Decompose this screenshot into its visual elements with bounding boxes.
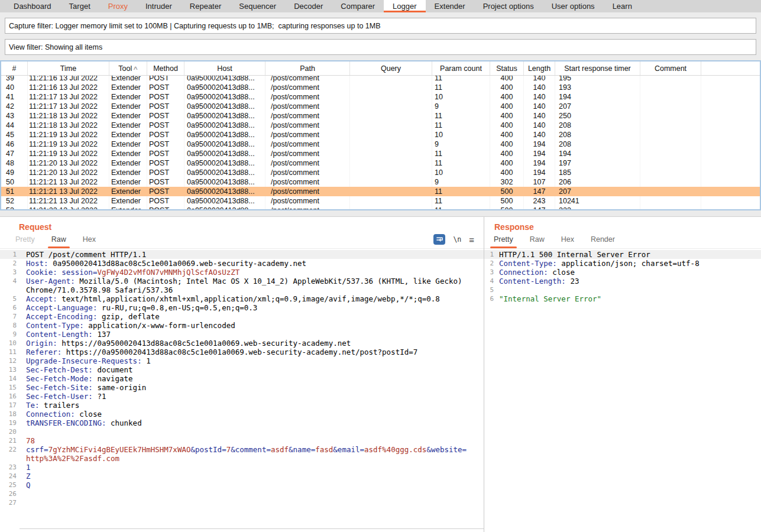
cell-status: 400 xyxy=(490,83,524,92)
editor-menu-icon[interactable]: ≡ xyxy=(469,235,474,244)
cell-params: 11 xyxy=(432,187,490,196)
response-tab-hex[interactable]: Hex xyxy=(553,235,582,248)
column-header-path[interactable]: Path xyxy=(265,61,350,75)
token: 1 xyxy=(142,356,151,365)
cell-comment xyxy=(640,187,701,196)
token: Content-Type: xyxy=(26,321,84,330)
column-header-start-response-timer[interactable]: Start response timer xyxy=(555,61,640,75)
column-header-param-count[interactable]: Param count xyxy=(432,61,490,75)
column-header-label: Start response timer xyxy=(564,64,631,73)
response-tab-pretty[interactable]: Pretty xyxy=(485,235,522,248)
token: close xyxy=(548,268,575,277)
token: Cookie: xyxy=(26,268,57,277)
request-tab-raw[interactable]: Raw xyxy=(43,235,75,248)
log-row-53[interactable]: 5311:21:22 13 Jul 2022ExtenderPOST0a9500… xyxy=(1,206,760,209)
request-editor-line: 10Origin: https://0a9500020413d88ac08c5c… xyxy=(0,339,484,348)
cell-query xyxy=(350,196,432,206)
log-row-40[interactable]: 4011:21:16 13 Jul 2022ExtenderPOST0a9500… xyxy=(1,83,760,92)
cell-length: 140 xyxy=(524,92,555,102)
log-row-49[interactable]: 4911:21:20 13 Jul 2022ExtenderPOST0a9500… xyxy=(1,168,760,177)
cell-path: /post/comment xyxy=(265,83,350,92)
response-tab-render[interactable]: Render xyxy=(582,235,623,248)
cell-path: /post/comment xyxy=(265,177,350,187)
request-tab-hex[interactable]: Hex xyxy=(75,235,104,248)
response-editor[interactable]: 1HTTP/1.1 500 Internal Server Error2Cont… xyxy=(484,249,761,532)
cell-time: 11:21:17 13 Jul 2022 xyxy=(28,102,109,111)
column-header-host[interactable]: Host xyxy=(184,61,265,75)
menu-tab-dashboard[interactable]: Dashboard xyxy=(5,0,60,12)
token: https://0a9500020413d88ac08c5c1e001a0069… xyxy=(61,348,417,356)
line-number: 6 xyxy=(0,303,17,312)
menu-tab-sequencer[interactable]: Sequencer xyxy=(230,0,285,12)
log-row-43[interactable]: 4311:21:18 13 Jul 2022ExtenderPOST0a9500… xyxy=(1,111,760,121)
menu-tab-proxy[interactable]: Proxy xyxy=(99,0,137,12)
line-text: csrf=7gYzhMCiFvi4gBEyUEEk7HmHSHM7xWAO&po… xyxy=(17,445,471,463)
log-row-41[interactable]: 4111:21:17 13 Jul 2022ExtenderPOST0a9500… xyxy=(1,92,760,102)
menu-tab-user-options[interactable]: User options xyxy=(543,0,604,12)
menu-tab-target[interactable]: Target xyxy=(60,0,99,12)
cell-time: 11:21:22 13 Jul 2022 xyxy=(28,206,109,209)
cell-filler xyxy=(701,140,760,149)
column-header-label: Param count xyxy=(440,64,482,73)
menu-tab-logger[interactable]: Logger xyxy=(384,0,425,12)
request-tab-pretty[interactable]: Pretty xyxy=(7,235,43,248)
cell-status: 500 xyxy=(490,206,524,209)
menu-tab-learn[interactable]: Learn xyxy=(604,0,641,12)
menu-tab-repeater[interactable]: Repeater xyxy=(181,0,230,12)
request-editor[interactable]: 1POST /post/comment HTTP/1.12Host: 0a950… xyxy=(0,249,484,528)
log-row-45[interactable]: 4511:21:19 13 Jul 2022ExtenderPOST0a9500… xyxy=(1,130,760,140)
log-row-44[interactable]: 4411:21:18 13 Jul 2022ExtenderPOST0a9500… xyxy=(1,121,760,130)
token: asdf xyxy=(271,445,289,454)
column-header-comment[interactable]: Comment xyxy=(640,61,701,75)
line-text: Sec-Fetch-Mode: navigate xyxy=(17,374,471,383)
cell-params: 10 xyxy=(432,92,490,102)
token: chunked xyxy=(106,419,141,427)
menu-tab-comparer[interactable]: Comparer xyxy=(332,0,384,12)
log-row-42[interactable]: 4211:21:17 13 Jul 2022ExtenderPOST0a9500… xyxy=(1,102,760,111)
cell-status: 400 xyxy=(490,76,524,83)
column-header-tool[interactable]: Tool∧ xyxy=(109,61,147,75)
cell-params: 11 xyxy=(432,111,490,121)
column-header-length[interactable]: Length xyxy=(524,61,555,75)
request-editor-line: 25Q xyxy=(0,481,484,489)
menu-tab-project-options[interactable]: Project options xyxy=(474,0,543,12)
log-row-39[interactable]: 3911:21:16 13 Jul 2022ExtenderPOST0a9500… xyxy=(1,76,760,83)
view-filter-bar[interactable]: View filter: Showing all items xyxy=(5,39,756,55)
menu-tab-intruder[interactable]: Intruder xyxy=(137,0,181,12)
request-panel: Request PrettyRawHex \n ≡ 1POST /post/co… xyxy=(0,217,484,532)
log-row-48[interactable]: 4811:21:20 13 Jul 2022ExtenderPOST0a9500… xyxy=(1,158,760,168)
log-row-47[interactable]: 4711:21:19 13 Jul 2022ExtenderPOST0a9500… xyxy=(1,149,760,158)
cell-tool: Extender xyxy=(109,83,147,92)
column-header-status[interactable]: Status xyxy=(490,61,524,75)
cell-length: 140 xyxy=(524,111,555,121)
log-row-50[interactable]: 5011:21:21 13 Jul 2022ExtenderPOST0a9500… xyxy=(1,177,760,187)
cell-time: 11:21:20 13 Jul 2022 xyxy=(28,168,109,177)
token: &email= xyxy=(333,445,364,454)
column-header-time[interactable]: Time xyxy=(28,61,109,75)
menu-tab-extender[interactable]: Extender xyxy=(426,0,474,12)
request-editor-line: 231 xyxy=(0,463,484,472)
menu-tab-decoder[interactable]: Decoder xyxy=(285,0,332,12)
log-row-46[interactable]: 4611:21:19 13 Jul 2022ExtenderPOST0a9500… xyxy=(1,140,760,149)
cell-timer: 10241 xyxy=(555,196,640,206)
log-row-52[interactable]: 5211:21:21 13 Jul 2022ExtenderPOST0a9500… xyxy=(1,196,760,206)
cell-num: 50 xyxy=(1,177,28,187)
token: application/x-www-form-urlencoded xyxy=(84,321,235,330)
column-header-query[interactable]: Query xyxy=(350,61,432,75)
response-tab-raw[interactable]: Raw xyxy=(522,235,553,248)
cell-path: /post/comment xyxy=(265,76,350,83)
log-row-51[interactable]: 5111:21:21 13 Jul 2022ExtenderPOST0a9500… xyxy=(1,187,760,196)
capture-filter-bar[interactable]: Capture filter: Logger memory limit set … xyxy=(5,18,756,34)
horizontal-splitter[interactable] xyxy=(0,210,761,217)
column-header-method[interactable]: Method xyxy=(147,61,184,75)
line-number: 25 xyxy=(0,481,17,489)
cell-params: 11 xyxy=(432,83,490,92)
wrap-lines-icon[interactable] xyxy=(433,234,445,245)
cell-timer: 195 xyxy=(555,76,640,83)
newline-glyph-icon[interactable]: \n xyxy=(453,235,461,244)
column-header-[interactable]: # xyxy=(1,61,28,75)
line-number: 4 xyxy=(484,277,494,286)
cell-method: POST xyxy=(147,76,184,83)
cell-method: POST xyxy=(147,102,184,111)
request-editor-hscrollbar[interactable] xyxy=(20,528,484,532)
